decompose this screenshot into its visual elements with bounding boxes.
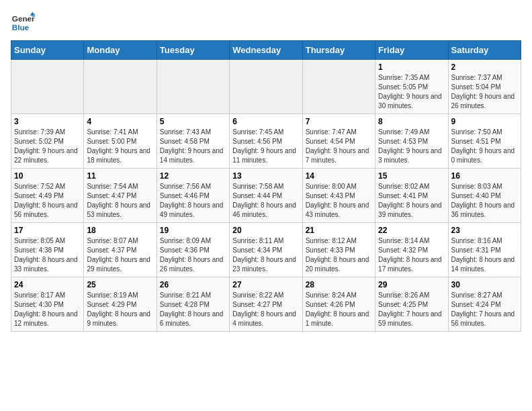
day-info: Sunrise: 7:41 AM Sunset: 5:00 PM Dayligh… [87,128,153,165]
calendar-cell: 1Sunrise: 7:35 AM Sunset: 5:05 PM Daylig… [375,60,448,114]
calendar-cell: 17Sunrise: 8:05 AM Sunset: 4:38 PM Dayli… [11,223,84,277]
calendar-cell: 29Sunrise: 8:26 AM Sunset: 4:25 PM Dayli… [375,277,448,332]
day-number: 29 [378,280,445,289]
day-number: 20 [232,226,299,235]
day-number: 14 [306,171,372,181]
calendar-cell [230,60,302,114]
day-info: Sunrise: 7:49 AM Sunset: 4:53 PM Dayligh… [378,128,445,165]
day-number: 4 [87,117,153,126]
day-number: 18 [87,226,153,235]
calendar-cell: 2Sunrise: 7:37 AM Sunset: 5:04 PM Daylig… [448,60,521,114]
day-number: 19 [160,226,226,235]
day-number: 30 [451,280,518,289]
calendar-cell: 13Sunrise: 7:58 AM Sunset: 4:44 PM Dayli… [230,169,302,223]
day-info: Sunrise: 7:56 AM Sunset: 4:46 PM Dayligh… [160,182,226,220]
calendar-week-1: 3Sunrise: 7:39 AM Sunset: 5:02 PM Daylig… [11,114,521,169]
calendar-cell: 24Sunrise: 8:17 AM Sunset: 4:30 PM Dayli… [11,277,84,332]
day-number: 11 [87,171,153,181]
day-info: Sunrise: 7:58 AM Sunset: 4:44 PM Dayligh… [232,182,299,220]
weekday-header-monday: Monday [84,41,157,60]
calendar-cell: 11Sunrise: 7:54 AM Sunset: 4:47 PM Dayli… [84,169,157,223]
calendar-cell: 21Sunrise: 8:12 AM Sunset: 4:33 PM Dayli… [302,223,375,277]
day-number: 24 [14,280,81,289]
calendar-table: SundayMondayTuesdayWednesdayThursdayFrid… [11,40,521,332]
day-number: 7 [306,117,372,126]
day-info: Sunrise: 8:00 AM Sunset: 4:43 PM Dayligh… [306,182,372,220]
day-number: 5 [160,117,226,126]
day-number: 15 [378,171,445,181]
day-info: Sunrise: 8:14 AM Sunset: 4:32 PM Dayligh… [378,236,445,274]
day-info: Sunrise: 8:07 AM Sunset: 4:37 PM Dayligh… [87,236,153,274]
day-info: Sunrise: 7:50 AM Sunset: 4:51 PM Dayligh… [451,128,518,165]
day-number: 27 [232,280,299,289]
day-info: Sunrise: 8:16 AM Sunset: 4:31 PM Dayligh… [451,236,518,274]
day-info: Sunrise: 8:26 AM Sunset: 4:25 PM Dayligh… [378,291,445,328]
calendar-cell: 3Sunrise: 7:39 AM Sunset: 5:02 PM Daylig… [11,114,84,169]
calendar-cell: 26Sunrise: 8:21 AM Sunset: 4:28 PM Dayli… [157,277,229,332]
weekday-header-tuesday: Tuesday [157,41,229,60]
day-info: Sunrise: 8:11 AM Sunset: 4:34 PM Dayligh… [232,236,299,274]
calendar-cell [157,60,229,114]
calendar-week-3: 17Sunrise: 8:05 AM Sunset: 4:38 PM Dayli… [11,223,521,277]
day-info: Sunrise: 8:02 AM Sunset: 4:41 PM Dayligh… [378,182,445,220]
calendar-cell: 23Sunrise: 8:16 AM Sunset: 4:31 PM Dayli… [448,223,521,277]
day-number: 28 [306,280,372,289]
calendar-body: 1Sunrise: 7:35 AM Sunset: 5:05 PM Daylig… [11,60,521,332]
day-info: Sunrise: 8:27 AM Sunset: 4:24 PM Dayligh… [451,291,518,328]
calendar-cell: 25Sunrise: 8:19 AM Sunset: 4:29 PM Dayli… [84,277,157,332]
calendar-cell: 19Sunrise: 8:09 AM Sunset: 4:36 PM Dayli… [157,223,229,277]
header: General Blue [11,11,521,35]
calendar-cell: 9Sunrise: 7:50 AM Sunset: 4:51 PM Daylig… [448,114,521,169]
calendar-week-2: 10Sunrise: 7:52 AM Sunset: 4:49 PM Dayli… [11,169,521,223]
logo: General Blue [11,11,35,35]
calendar-cell: 22Sunrise: 8:14 AM Sunset: 4:32 PM Dayli… [375,223,448,277]
weekday-header-thursday: Thursday [302,41,375,60]
day-number: 16 [451,171,518,181]
day-info: Sunrise: 7:54 AM Sunset: 4:47 PM Dayligh… [87,182,153,220]
day-number: 21 [306,226,372,235]
day-info: Sunrise: 7:47 AM Sunset: 4:54 PM Dayligh… [306,128,372,165]
day-info: Sunrise: 8:19 AM Sunset: 4:29 PM Dayligh… [87,291,153,328]
day-number: 22 [378,226,445,235]
calendar-cell: 10Sunrise: 7:52 AM Sunset: 4:49 PM Dayli… [11,169,84,223]
day-number: 10 [14,171,81,181]
weekday-header-saturday: Saturday [448,41,521,60]
weekday-header-sunday: Sunday [11,41,84,60]
calendar-cell: 16Sunrise: 8:03 AM Sunset: 4:40 PM Dayli… [448,169,521,223]
day-number: 25 [87,280,153,289]
calendar-cell: 12Sunrise: 7:56 AM Sunset: 4:46 PM Dayli… [157,169,229,223]
day-number: 1 [378,62,445,72]
calendar-week-4: 24Sunrise: 8:17 AM Sunset: 4:30 PM Dayli… [11,277,521,332]
day-info: Sunrise: 8:22 AM Sunset: 4:27 PM Dayligh… [232,291,299,328]
day-number: 12 [160,171,226,181]
calendar-cell: 5Sunrise: 7:43 AM Sunset: 4:58 PM Daylig… [157,114,229,169]
day-number: 2 [451,62,518,72]
day-info: Sunrise: 7:39 AM Sunset: 5:02 PM Dayligh… [14,128,81,165]
day-number: 3 [14,117,81,126]
day-number: 17 [14,226,81,235]
day-info: Sunrise: 7:35 AM Sunset: 5:05 PM Dayligh… [378,73,445,111]
svg-text:Blue: Blue [12,23,30,32]
weekday-header-wednesday: Wednesday [230,41,302,60]
calendar-cell: 15Sunrise: 8:02 AM Sunset: 4:41 PM Dayli… [375,169,448,223]
calendar-cell: 18Sunrise: 8:07 AM Sunset: 4:37 PM Dayli… [84,223,157,277]
day-info: Sunrise: 8:12 AM Sunset: 4:33 PM Dayligh… [306,236,372,274]
calendar-cell: 27Sunrise: 8:22 AM Sunset: 4:27 PM Dayli… [230,277,302,332]
day-info: Sunrise: 7:37 AM Sunset: 5:04 PM Dayligh… [451,73,518,111]
day-number: 6 [232,117,299,126]
header-row: SundayMondayTuesdayWednesdayThursdayFrid… [11,41,521,60]
day-info: Sunrise: 8:09 AM Sunset: 4:36 PM Dayligh… [160,236,226,274]
calendar-cell: 8Sunrise: 7:49 AM Sunset: 4:53 PM Daylig… [375,114,448,169]
calendar-cell [11,60,84,114]
calendar-cell: 4Sunrise: 7:41 AM Sunset: 5:00 PM Daylig… [84,114,157,169]
calendar-cell: 28Sunrise: 8:24 AM Sunset: 4:26 PM Dayli… [302,277,375,332]
day-info: Sunrise: 7:45 AM Sunset: 4:56 PM Dayligh… [232,128,299,165]
day-info: Sunrise: 8:17 AM Sunset: 4:30 PM Dayligh… [14,291,81,328]
calendar-cell: 7Sunrise: 7:47 AM Sunset: 4:54 PM Daylig… [302,114,375,169]
day-info: Sunrise: 8:21 AM Sunset: 4:28 PM Dayligh… [160,291,226,328]
calendar-cell: 6Sunrise: 7:45 AM Sunset: 4:56 PM Daylig… [230,114,302,169]
calendar-cell: 20Sunrise: 8:11 AM Sunset: 4:34 PM Dayli… [230,223,302,277]
day-info: Sunrise: 7:43 AM Sunset: 4:58 PM Dayligh… [160,128,226,165]
day-info: Sunrise: 8:03 AM Sunset: 4:40 PM Dayligh… [451,182,518,220]
day-info: Sunrise: 8:05 AM Sunset: 4:38 PM Dayligh… [14,236,81,274]
